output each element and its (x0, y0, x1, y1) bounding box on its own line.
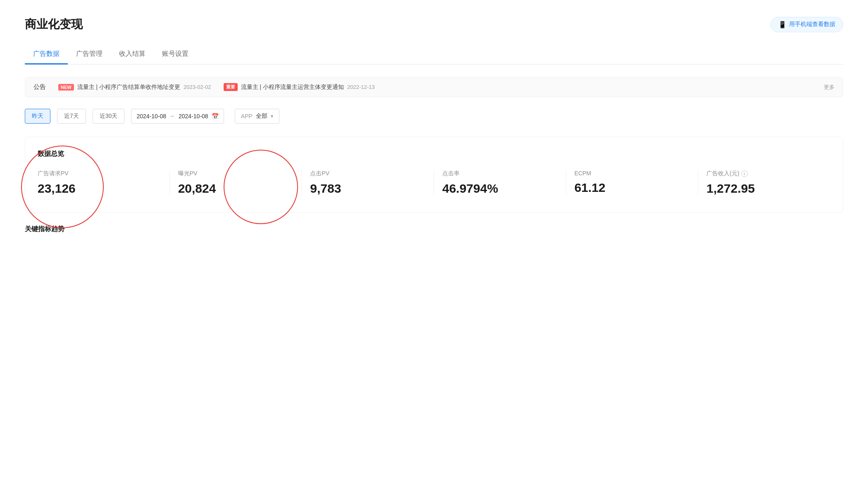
notice-text-1[interactable]: 流量主 | 小程序广告结算单收件地址变更 (77, 84, 180, 91)
stat-ad-request: 广告请求PV 23,126 (38, 170, 170, 196)
app-selector[interactable]: APP 全部 ▾ (235, 109, 279, 124)
mobile-view-button[interactable]: 📱 用手机端查看数据 (770, 17, 843, 32)
tab-income[interactable]: 收入结算 (111, 45, 154, 65)
date-range-picker[interactable]: 2024-10-08 ～ 2024-10-08 📅 (131, 109, 224, 124)
stat-ecpm-label: ECPM (575, 170, 690, 177)
stats-section: 数据总览 广告请求PV 23,126 曝光PV 20,824 点击PV 9,78… (25, 137, 843, 213)
stat-revenue-value: 1,272.95 (706, 182, 822, 196)
stat-click-rate-value: 46.9794% (442, 182, 558, 196)
stat-ecpm-value: 61.12 (575, 181, 690, 195)
revenue-info-icon[interactable]: i (741, 170, 748, 177)
tab-ad-manage[interactable]: 广告管理 (68, 45, 111, 65)
date-start: 2024-10-08 (136, 113, 166, 120)
stat-revenue: 广告收入(元) i 1,272.95 (698, 170, 830, 196)
page-wrapper: 商业化变现 📱 用手机端查看数据 广告数据 广告管理 收入结算 账号设置 公告 … (0, 0, 868, 478)
content-area: 商业化变现 📱 用手机端查看数据 广告数据 广告管理 收入结算 账号设置 公告 … (0, 0, 868, 478)
stat-click-rate-label: 点击率 (442, 170, 558, 177)
date-separator: ～ (169, 112, 175, 120)
app-selector-label: APP (241, 113, 253, 120)
mobile-view-label: 用手机端查看数据 (789, 21, 835, 28)
stats-grid: 广告请求PV 23,126 曝光PV 20,824 点击PV 9,783 点击率… (38, 170, 830, 196)
tab-ad-data[interactable]: 广告数据 (25, 45, 68, 65)
stat-ecpm: ECPM 61.12 (566, 170, 699, 196)
stat-exposure-value: 20,824 (178, 182, 293, 196)
stat-click-rate: 点击率 46.9794% (434, 170, 566, 196)
date-end: 2024-10-08 (179, 113, 208, 120)
notice-item-1: NEW 流量主 | 小程序广告结算单收件地址变更 2023-02-02 (58, 84, 211, 91)
calendar-icon: 📅 (212, 113, 219, 120)
trend-section-title: 关键指标趋势 (25, 225, 843, 234)
stat-ad-request-value: 23,126 (38, 182, 161, 196)
stats-section-title: 数据总览 (38, 150, 830, 158)
stat-click-label: 点击PV (310, 170, 425, 177)
chevron-down-icon: ▾ (271, 113, 273, 119)
notice-date-1: 2023-02-02 (184, 84, 211, 90)
time-btn-7days[interactable]: 近7天 (57, 109, 86, 124)
stat-exposure: 曝光PV 20,824 (170, 170, 302, 196)
tab-account[interactable]: 账号设置 (154, 45, 197, 65)
mobile-icon: 📱 (778, 21, 787, 29)
notice-bar: 公告 NEW 流量主 | 小程序广告结算单收件地址变更 2023-02-02 重… (25, 77, 843, 97)
time-btn-yesterday[interactable]: 昨天 (25, 109, 50, 124)
notice-more[interactable]: 更多 (824, 84, 835, 91)
app-selector-value: 全部 (256, 112, 267, 120)
stat-exposure-label: 曝光PV (178, 170, 293, 177)
filter-bar: 昨天 近7天 近30天 2024-10-08 ～ 2024-10-08 📅 AP… (25, 109, 843, 124)
badge-important: 重要 (224, 83, 238, 91)
page-header: 商业化变现 📱 用手机端查看数据 (25, 17, 843, 32)
stat-revenue-label: 广告收入(元) i (706, 170, 822, 177)
notice-label: 公告 (33, 83, 46, 91)
notice-text-2[interactable]: 流量主 | 小程序流量主运营主体变更通知 (241, 84, 344, 91)
stat-click-value: 9,783 (310, 182, 425, 196)
stat-ad-request-label: 广告请求PV (38, 170, 161, 177)
notice-date-2: 2022-12-13 (347, 84, 375, 90)
notice-item-2: 重要 流量主 | 小程序流量主运营主体变更通知 2022-12-13 (224, 83, 375, 91)
tabs-bar: 广告数据 广告管理 收入结算 账号设置 (25, 45, 843, 65)
badge-new: NEW (58, 84, 74, 91)
stat-click: 点击PV 9,783 (302, 170, 434, 196)
time-btn-30days[interactable]: 近30天 (93, 109, 125, 124)
page-title: 商业化变现 (25, 17, 83, 32)
